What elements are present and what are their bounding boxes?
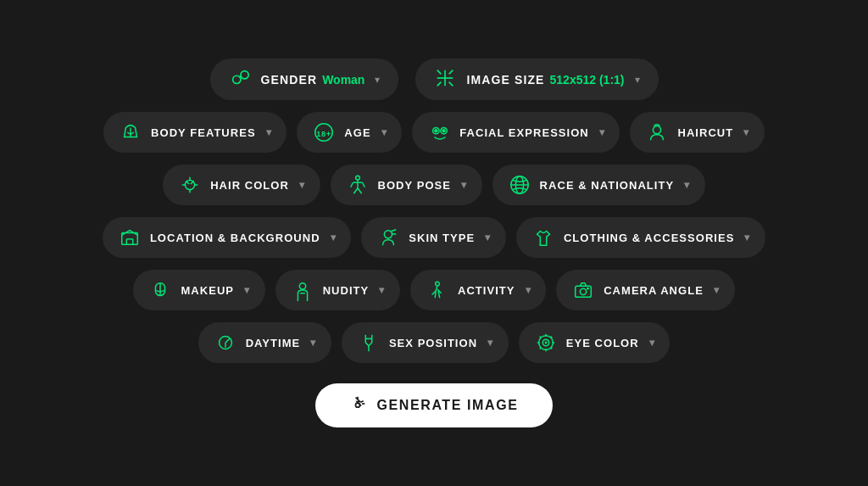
clothing-accessories-icon	[531, 226, 555, 249]
skin-type-label: SKIN TYPE	[409, 232, 475, 244]
svg-point-1	[240, 71, 248, 79]
svg-line-63	[539, 337, 541, 338]
daytime-icon	[214, 331, 237, 355]
svg-point-41	[299, 283, 305, 289]
hair-color-chevron: ▾	[299, 179, 305, 191]
svg-line-53	[225, 338, 230, 343]
sex-position-icon	[357, 331, 381, 355]
sex-position-button[interactable]: SEX POSITION ▾	[342, 322, 509, 363]
race-nationality-label: RACE & NATIONALITY	[540, 179, 675, 192]
clothing-accessories-button[interactable]: CLOTHING & ACCESSORIES ▾	[516, 217, 765, 258]
svg-line-8	[449, 82, 453, 87]
camera-angle-button[interactable]: CAMERA ANGLE ▾	[556, 270, 734, 310]
gender-label: GENDER	[261, 73, 318, 87]
svg-point-70	[356, 403, 360, 407]
body-pose-button[interactable]: BODY POSE ▾	[331, 165, 482, 205]
activity-icon	[426, 278, 449, 302]
eye-color-chevron: ▾	[649, 337, 655, 349]
image-size-label-group: IMAGE SIZE 512x512 (1:1)	[466, 73, 624, 87]
generate-image-button[interactable]: GENERATE IMAGE	[315, 383, 552, 427]
svg-point-50	[580, 288, 586, 294]
body-pose-label: BODY POSE	[378, 179, 451, 192]
sex-position-label: SEX POSITION	[389, 337, 477, 349]
race-nationality-button[interactable]: RACE & NATIONALITY ▾	[492, 165, 705, 205]
makeup-chevron: ▾	[244, 284, 250, 296]
location-background-label: LOCATION & BACKGROUND	[150, 232, 320, 244]
hair-color-button[interactable]: HAIR COLOR ▾	[163, 165, 320, 205]
image-size-value: 512x512 (1:1)	[550, 73, 625, 87]
haircut-icon	[645, 120, 669, 144]
skin-type-button[interactable]: SKIN TYPE ▾	[361, 217, 506, 258]
location-background-button[interactable]: LOCATION & BACKGROUND ▾	[103, 217, 351, 258]
top-controls-row: GENDER Woman ▾ IMAGE SIZE 512x512 (1:1)	[210, 59, 659, 100]
skin-type-chevron: ▾	[485, 232, 491, 243]
svg-line-38	[392, 233, 397, 234]
daytime-button[interactable]: DAYTIME ▾	[198, 322, 331, 363]
generate-icon	[349, 395, 366, 416]
eye-color-label: EYE COLOR	[566, 337, 639, 349]
nudity-button[interactable]: NUDITY ▾	[275, 270, 400, 310]
svg-point-36	[385, 231, 392, 238]
facial-expression-label: FACIAL EXPRESSION	[459, 126, 589, 139]
main-container: GENDER Woman ▾ IMAGE SIZE 512x512 (1:1)	[0, 42, 868, 444]
facial-expression-icon	[427, 120, 451, 144]
svg-point-14	[435, 130, 437, 132]
haircut-button[interactable]: HAIRCUT ▾	[630, 112, 764, 153]
svg-point-22	[355, 176, 359, 180]
haircut-chevron: ▾	[743, 126, 749, 138]
svg-line-44	[436, 286, 437, 291]
image-size-label: IMAGE SIZE	[466, 73, 544, 87]
race-nationality-icon	[508, 173, 531, 197]
race-nationality-chevron: ▾	[684, 179, 690, 191]
hair-color-label: HAIR COLOR	[210, 179, 289, 192]
gender-icon	[229, 67, 251, 92]
svg-line-26	[358, 188, 362, 194]
camera-angle-icon	[571, 278, 595, 302]
activity-chevron: ▾	[526, 284, 531, 296]
gender-selector[interactable]: GENDER Woman ▾	[210, 59, 399, 100]
body-pose-icon	[346, 173, 370, 197]
makeup-button[interactable]: MAKEUP ▾	[133, 270, 264, 310]
clothing-accessories-chevron: ▾	[744, 232, 750, 243]
hair-color-icon	[178, 173, 202, 197]
makeup-icon	[148, 278, 172, 302]
age-chevron: ▾	[381, 126, 387, 138]
age-label: AGE	[344, 126, 370, 139]
body-features-button[interactable]: BODY FEATURES ▾	[103, 112, 287, 153]
svg-line-28	[362, 182, 364, 187]
makeup-label: MAKEUP	[181, 284, 234, 297]
skin-type-icon	[376, 226, 400, 249]
svg-text:18+: 18+	[317, 130, 332, 138]
eye-color-button[interactable]: EYE COLOR ▾	[519, 322, 670, 363]
eye-color-icon	[534, 331, 558, 355]
body-features-label: BODY FEATURES	[151, 126, 256, 139]
camera-angle-label: CAMERA ANGLE	[604, 284, 704, 297]
camera-angle-chevron: ▾	[714, 284, 720, 296]
daytime-label: DAYTIME	[246, 337, 301, 349]
image-size-selector[interactable]: IMAGE SIZE 512x512 (1:1) ▾	[415, 59, 658, 100]
svg-line-47	[435, 291, 436, 298]
image-size-chevron: ▾	[635, 74, 640, 86]
row-1: BODY FEATURES ▾ 18+ AGE ▾	[25, 112, 843, 153]
facial-expression-chevron: ▾	[599, 126, 605, 138]
gender-value: Woman	[322, 73, 364, 87]
nudity-chevron: ▾	[379, 284, 385, 296]
svg-line-5	[437, 70, 442, 75]
svg-line-6	[449, 70, 453, 75]
row-2: HAIR COLOR ▾ BODY POSE ▾	[25, 165, 843, 205]
age-button[interactable]: 18+ AGE ▾	[297, 112, 402, 153]
activity-button[interactable]: ACTIVITY ▾	[410, 270, 546, 310]
svg-line-27	[350, 182, 353, 187]
svg-point-0	[232, 75, 240, 83]
row-5: DAYTIME ▾ SEX POSITION ▾	[25, 322, 843, 363]
age-icon: 18+	[312, 120, 336, 144]
svg-point-15	[442, 130, 445, 132]
sex-position-chevron: ▾	[487, 337, 493, 349]
image-size-icon	[434, 67, 456, 92]
location-background-chevron: ▾	[331, 232, 337, 243]
nudity-icon	[291, 278, 314, 302]
gender-label-group: GENDER Woman	[261, 73, 365, 87]
svg-point-58	[544, 342, 547, 344]
body-pose-chevron: ▾	[461, 179, 467, 191]
facial-expression-button[interactable]: FACIAL EXPRESSION ▾	[412, 112, 620, 153]
